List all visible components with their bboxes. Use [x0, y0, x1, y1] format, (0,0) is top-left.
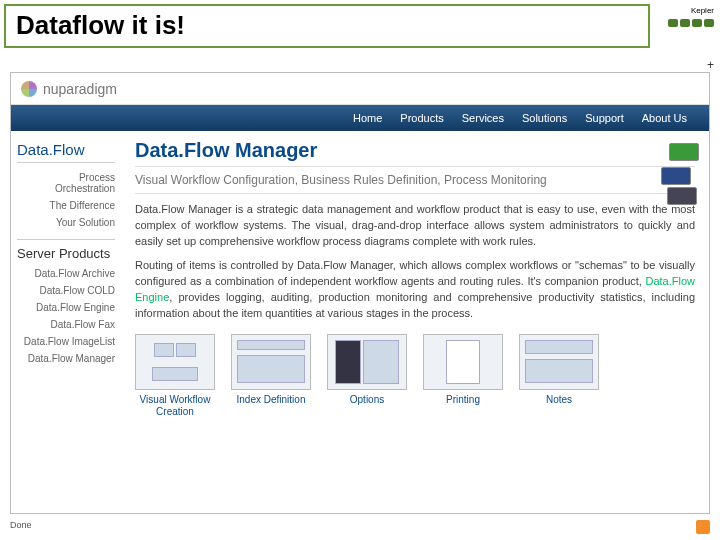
expand-icon[interactable]: +	[707, 58, 714, 72]
status-text: Done	[10, 520, 32, 530]
sidebar-product-imagelist[interactable]: Data.Flow ImageList	[17, 333, 115, 350]
sidebar-section-server: Server Products	[17, 239, 115, 261]
sidebar-brand[interactable]: Data.Flow	[17, 141, 115, 163]
thumb-img-icon	[135, 334, 215, 390]
thumb-label: Visual Workflow Creation	[135, 394, 215, 418]
thumb-index-definition[interactable]: Index Definition	[231, 334, 311, 418]
sidebar-product-cold[interactable]: Data.Flow COLD	[17, 282, 115, 299]
workflow-graphic-icon	[643, 139, 699, 209]
sidebar-item-process[interactable]: Process Orchestration	[17, 169, 115, 197]
sidebar-product-archive[interactable]: Data.Flow Archive	[17, 265, 115, 282]
kepler-nodes-icon	[658, 19, 714, 27]
thumb-img-icon	[423, 334, 503, 390]
thumb-label: Printing	[423, 394, 503, 406]
thumb-notes[interactable]: Notes	[519, 334, 599, 418]
site-logo-bar: nuparadigm	[11, 73, 709, 105]
sidebar: Data.Flow Process Orchestration The Diff…	[11, 131, 121, 513]
kepler-logo: Kepler	[656, 4, 716, 48]
thumb-options[interactable]: Options	[327, 334, 407, 418]
rss-icon[interactable]	[696, 520, 710, 534]
site-logo-text: nuparadigm	[43, 81, 117, 97]
nav-products[interactable]: Products	[400, 112, 443, 124]
browser-window: nuparadigm Home Products Services Soluti…	[10, 72, 710, 514]
page-tagline: Visual Workflow Configuration, Business …	[135, 166, 695, 194]
logo-icon	[21, 81, 37, 97]
sidebar-product-engine[interactable]: Data.Flow Engine	[17, 299, 115, 316]
thumb-label: Options	[327, 394, 407, 406]
nav-home[interactable]: Home	[353, 112, 382, 124]
thumb-img-icon	[519, 334, 599, 390]
thumbnails-row: Visual Workflow Creation Index Definitio…	[135, 334, 695, 418]
sidebar-product-manager[interactable]: Data.Flow Manager	[17, 350, 115, 367]
page-title: Data.Flow Manager	[135, 139, 695, 162]
thumb-img-icon	[231, 334, 311, 390]
nav-solutions[interactable]: Solutions	[522, 112, 567, 124]
main-content: Data.Flow Manager Visual Workflow Config…	[121, 131, 709, 513]
block-blue-icon	[661, 167, 691, 185]
paragraph-2: Routing of items is controlled by Data.F…	[135, 258, 695, 322]
page-body: Data.Flow Process Orchestration The Diff…	[11, 131, 709, 513]
nav-about[interactable]: About Us	[642, 112, 687, 124]
block-gray-icon	[667, 187, 697, 205]
sidebar-item-difference[interactable]: The Difference	[17, 197, 115, 214]
top-nav: Home Products Services Solutions Support…	[11, 105, 709, 131]
block-green-icon	[669, 143, 699, 161]
thumb-visual-workflow[interactable]: Visual Workflow Creation	[135, 334, 215, 418]
thumb-label: Notes	[519, 394, 599, 406]
paragraph-1: Data.Flow Manager is a strategic data ma…	[135, 202, 695, 250]
thumb-label: Index Definition	[231, 394, 311, 406]
sidebar-item-solution[interactable]: Your Solution	[17, 214, 115, 231]
thumb-printing[interactable]: Printing	[423, 334, 503, 418]
kepler-label: Kepler	[691, 6, 714, 15]
thumb-img-icon	[327, 334, 407, 390]
slide-title-bar: Dataflow it is!	[4, 4, 650, 48]
nav-services[interactable]: Services	[462, 112, 504, 124]
slide-title: Dataflow it is!	[16, 10, 638, 41]
sidebar-product-fax[interactable]: Data.Flow Fax	[17, 316, 115, 333]
nav-support[interactable]: Support	[585, 112, 624, 124]
